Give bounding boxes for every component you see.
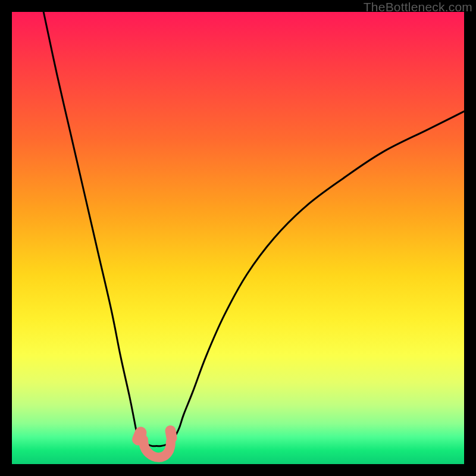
watermark-text: TheBottleneck.com — [364, 0, 472, 14]
chart-frame — [12, 12, 464, 464]
curve-layer — [12, 12, 464, 464]
bottom-u — [143, 440, 171, 458]
curve-left-branch — [43, 12, 145, 444]
curve-right-branch — [170, 111, 464, 444]
